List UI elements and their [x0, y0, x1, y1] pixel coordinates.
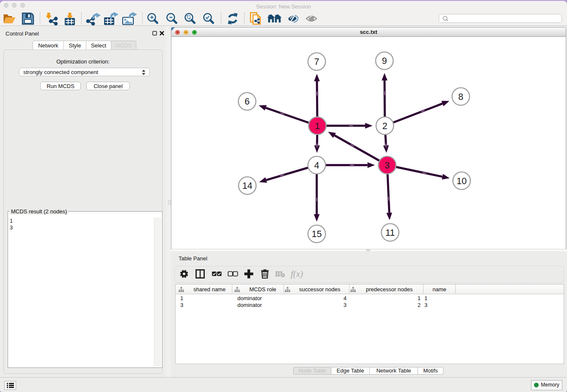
svg-text:2: 2	[383, 121, 388, 131]
svg-text:8: 8	[458, 92, 463, 102]
svg-text:6: 6	[245, 97, 250, 107]
svg-text:10: 10	[457, 176, 467, 186]
svg-text:11: 11	[385, 228, 395, 238]
svg-text:9: 9	[382, 56, 387, 66]
svg-text:1: 1	[315, 121, 320, 131]
svg-text:15: 15	[312, 229, 322, 239]
svg-text:7: 7	[314, 57, 319, 67]
svg-text:14: 14	[242, 181, 253, 191]
svg-text:3: 3	[385, 160, 390, 171]
svg-text:4: 4	[314, 160, 319, 171]
svg-text:f(x): f(x)	[291, 269, 303, 279]
